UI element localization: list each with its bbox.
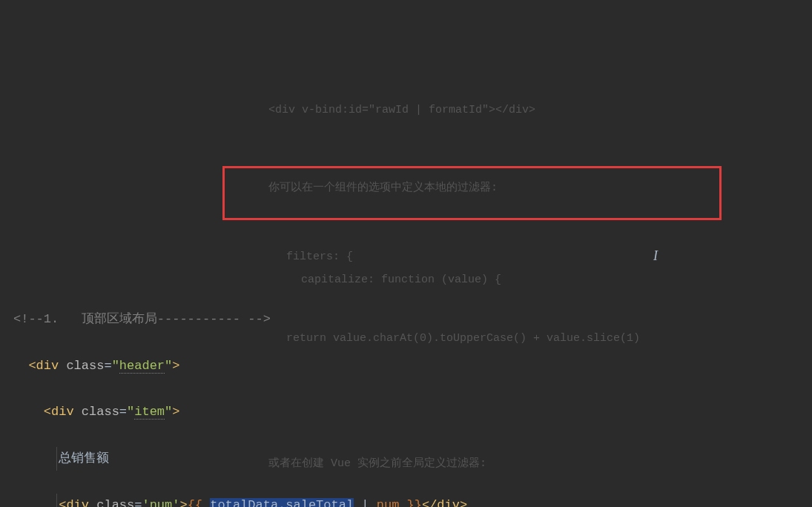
text-content: 总销售额 [59, 451, 109, 465]
highlight-annotation [222, 166, 722, 220]
code-line[interactable]: <div class='num'>{{ totalData.saleTotal … [9, 494, 812, 507]
ghost-text: <div v-bind:id="rawId | formatId"></div> [268, 100, 535, 121]
code-line[interactable]: 总销售额 [9, 447, 812, 470]
code-line[interactable]: <div class="item"> [9, 400, 812, 423]
ghost-text: return value.charAt(0).toUpperCase() + v… [286, 328, 640, 349]
ghost-text: filters: { [286, 247, 353, 268]
code-line[interactable]: <div class="header"> [9, 354, 812, 377]
ghost-text: capitalize: function (value) { [301, 270, 501, 291]
code-editor[interactable]: <div v-bind:id="rawId | formatId"></div>… [9, 98, 812, 507]
text-cursor-icon [653, 244, 658, 269]
code-line[interactable]: <!--1. 顶部区域布局----------- --> [9, 308, 812, 331]
comment: <!--1. 顶部区域布局----------- --> [13, 312, 271, 326]
ghost-text: 你可以在一个组件的选项中定义本地的过滤器: [268, 178, 498, 199]
